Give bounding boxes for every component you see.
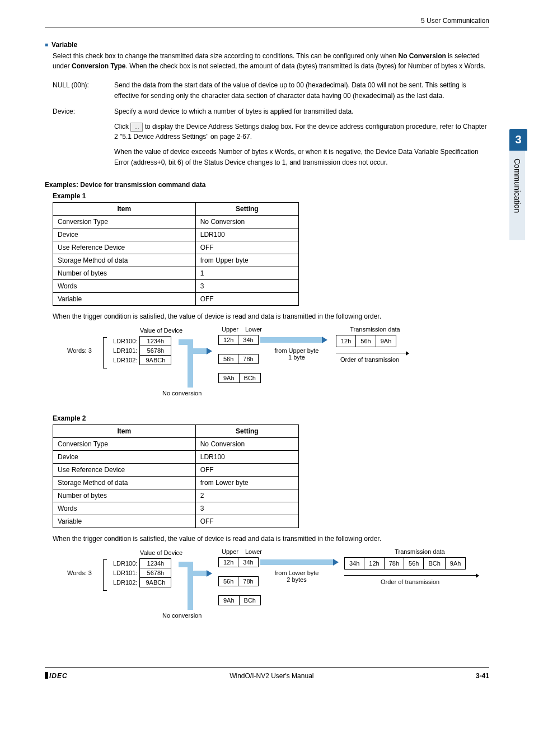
cell: 78h (238, 577, 258, 586)
cell: Upper (218, 326, 242, 334)
device-body-2: Click … to display the Device Address Se… (114, 122, 489, 142)
cell: 12h (219, 335, 238, 345)
mid-label: from Lower byte 2 bytes (269, 570, 325, 583)
cell: 2 (195, 489, 298, 502)
cell: Variable (53, 293, 196, 306)
cell: LDR100 (195, 228, 298, 241)
cell: 78h (384, 558, 404, 570)
trans-table-2: 34h 12h 78h 56h BCh 9Ah (344, 557, 466, 570)
cell: 9Ah (445, 558, 466, 570)
cell: Conversion Type (53, 438, 196, 451)
cell: 5678h (140, 568, 171, 578)
order-label: Order of transmission (381, 578, 439, 585)
byte-table-r2: 56h78h (218, 576, 259, 586)
cell: Variable (53, 515, 196, 528)
cell: 56h (404, 558, 424, 570)
example1-label: Example 1 (53, 192, 489, 200)
cell: 12h (364, 558, 384, 570)
null-term: NULL (00h): (53, 80, 114, 101)
cell: 12h (336, 335, 356, 347)
cell: 3 (195, 280, 298, 293)
diagram-1: Value of Device Words: 3 LDR100:1234h LD… (34, 327, 489, 411)
text-bold: Conversion Type (72, 62, 125, 70)
cell: 78h (238, 354, 258, 364)
cell: Storage Method of data (53, 477, 196, 489)
no-conversion-label: No conversion (162, 390, 202, 396)
cell: LDR101: (107, 568, 140, 578)
cell: Words (53, 502, 196, 515)
byte-table-r1: 12h34h (218, 335, 259, 345)
cell: BCh (424, 558, 445, 570)
connector (188, 348, 207, 354)
value-of-device-title: Value of Device (140, 549, 182, 556)
arrow-line-icon (336, 353, 409, 353)
device-term: Device: (53, 106, 114, 167)
cell: 34h (238, 558, 258, 567)
device-row: Device: Specify a word device to which a… (53, 106, 489, 167)
cell: No Conversion (195, 216, 298, 228)
square-bullet-icon: ■ (45, 41, 48, 48)
cell: BCh (239, 596, 260, 605)
cell: 34h (345, 558, 364, 570)
device-body-3: When the value of device exceeds Number … (114, 147, 489, 167)
null-row: NULL (00h): Send the data from the start… (53, 80, 489, 101)
variable-intro: Select this check box to change the tran… (53, 51, 489, 71)
cell: 34h (238, 335, 258, 345)
cell: 56h (356, 335, 376, 347)
cell: 9Ah (219, 374, 240, 383)
cell: 1234h (140, 559, 171, 568)
trans-title: Transmission data (336, 326, 414, 333)
header-breadcrumb: 5 User Communication (45, 17, 489, 27)
cell: from Upper byte (195, 254, 298, 267)
text-bold: No Conversion (398, 52, 446, 60)
connector (188, 562, 193, 610)
byte-table-r3: 9AhBCh (218, 373, 261, 383)
connector (260, 559, 333, 565)
cell: BCh (239, 374, 260, 383)
cell: LDR100 (195, 451, 298, 464)
cell: LDR102: (107, 356, 140, 365)
cell: Device (53, 228, 196, 241)
arrow-line-icon (344, 575, 479, 576)
cell: Lower (242, 548, 265, 556)
cell: Storage Method of data (53, 254, 196, 267)
device-value-table: LDR100:1234h LDR101:5678h LDR102:9ABCh (107, 558, 171, 587)
cell: OFF (195, 293, 298, 306)
cell: 1 (195, 267, 298, 280)
byte-head: UpperLower (218, 326, 265, 334)
arrow-right-icon (207, 348, 212, 354)
example2-note: When the trigger condition is satisfied,… (53, 534, 489, 544)
cell: from Lower byte (195, 477, 298, 489)
cell: 1234h (140, 337, 171, 346)
null-body: Send the data from the start data of the… (114, 80, 489, 101)
brace-icon (103, 337, 104, 368)
cell: LDR100: (107, 337, 140, 346)
th-setting: Setting (195, 203, 298, 216)
cell: 12h (219, 558, 238, 567)
connector (260, 337, 322, 343)
arrow-right-icon (333, 559, 339, 566)
cell: Number of bytes (53, 267, 196, 280)
cell: 5678h (140, 346, 171, 356)
trans-table-1: 12h56h9Ah (336, 335, 396, 347)
cell: 56h (219, 354, 238, 364)
ellipsis-button-icon[interactable]: … (130, 123, 143, 132)
device-body-1: Specify a word device to which a number … (114, 106, 489, 117)
cell: No Conversion (195, 438, 298, 451)
brand-text: IDEC (49, 672, 68, 680)
footer-page: 3-41 (476, 672, 489, 680)
cell: Words (53, 280, 196, 293)
text: to display the Device Address Settings d… (114, 123, 487, 141)
cell: Number of bytes (53, 489, 196, 502)
byte-table-r1: 12h34h (218, 557, 259, 567)
chapter-name: Communication (509, 151, 525, 240)
byte-head: UpperLower (218, 548, 265, 556)
order-label: Order of transmission (340, 356, 399, 363)
cell: 56h (219, 577, 238, 586)
footer-title: WindO/I-NV2 User's Manual (229, 672, 313, 680)
cell: 9Ah (219, 596, 240, 605)
cell: Device (53, 451, 196, 464)
diagram-2: Value of Device Words: 3 LDR100:1234h LD… (34, 549, 489, 633)
connector (188, 339, 193, 388)
chapter-number: 3 (509, 129, 527, 151)
